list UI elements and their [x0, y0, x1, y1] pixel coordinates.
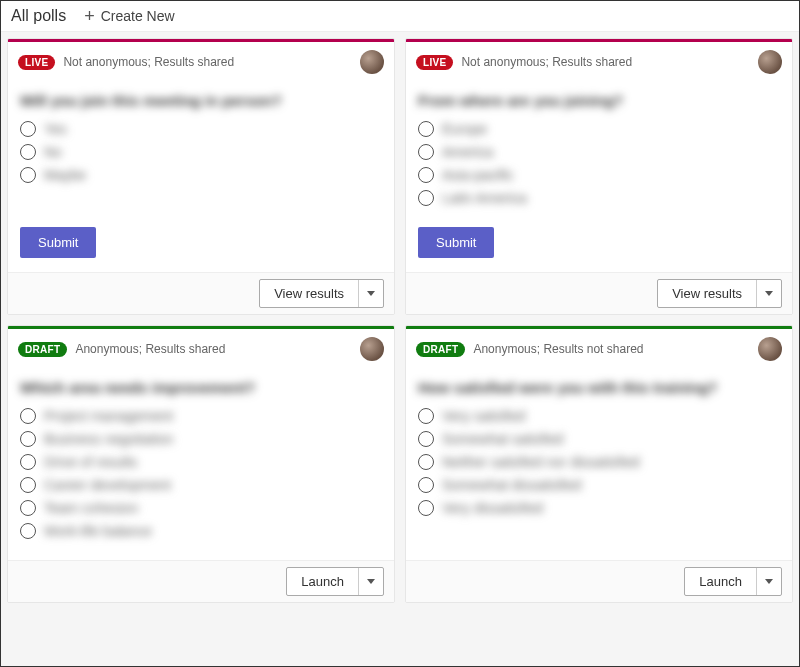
radio-icon [20, 477, 36, 493]
poll-option[interactable]: Asia-pacific [418, 167, 780, 183]
radio-icon [20, 454, 36, 470]
radio-icon [20, 523, 36, 539]
status-badge: DRAFT [416, 342, 465, 357]
view-results-split-button: View results [259, 279, 384, 308]
option-label: Very dissatisfied [442, 500, 543, 516]
option-label: Work-life balance [44, 523, 152, 539]
poll-option[interactable]: Very satisfied [418, 408, 780, 424]
radio-icon [418, 454, 434, 470]
option-label: Neither satisfied nor dissatisfied [442, 454, 640, 470]
option-label: America [442, 144, 493, 160]
option-label: Project management [44, 408, 173, 424]
view-results-button[interactable]: View results [260, 280, 359, 307]
status-badge: LIVE [18, 55, 55, 70]
launch-split-button: Launch [286, 567, 384, 596]
poll-meta: Not anonymous; Results shared [461, 55, 750, 69]
card-footer: Launch [406, 560, 792, 602]
poll-question: How satisfied were you with this trainin… [418, 379, 780, 396]
poll-meta: Anonymous; Results shared [75, 342, 352, 356]
option-label: Career development [44, 477, 171, 493]
poll-option[interactable]: Latin America [418, 190, 780, 206]
submit-area: Submit [8, 227, 394, 272]
chevron-down-icon [765, 291, 773, 296]
radio-icon [20, 144, 36, 160]
poll-meta: Anonymous; Results not shared [473, 342, 750, 356]
poll-option[interactable]: Team cohesion [20, 500, 382, 516]
avatar[interactable] [758, 337, 782, 361]
view-results-button[interactable]: View results [658, 280, 757, 307]
radio-icon [418, 167, 434, 183]
option-label: Maybe [44, 167, 86, 183]
poll-option[interactable]: Europe [418, 121, 780, 137]
plus-icon: + [84, 7, 95, 25]
dropdown-toggle[interactable] [757, 568, 781, 595]
option-label: Drive of results [44, 454, 137, 470]
poll-option[interactable]: Yes [20, 121, 382, 137]
radio-icon [418, 431, 434, 447]
card-body: Will you join this meeting in person? Ye… [8, 82, 394, 227]
poll-option[interactable]: No [20, 144, 382, 160]
poll-card: DRAFT Anonymous; Results not shared How … [405, 325, 793, 603]
card-body: How satisfied were you with this trainin… [406, 369, 792, 560]
header: All polls + Create New [1, 1, 799, 32]
poll-question: Will you join this meeting in person? [20, 92, 382, 109]
launch-button[interactable]: Launch [287, 568, 359, 595]
card-body: From where are you joining? Europe Ameri… [406, 82, 792, 227]
card-footer: View results [406, 272, 792, 314]
option-label: Yes [44, 121, 67, 137]
radio-icon [20, 408, 36, 424]
poll-option[interactable]: Drive of results [20, 454, 382, 470]
card-header: LIVE Not anonymous; Results shared [8, 42, 394, 82]
radio-icon [20, 431, 36, 447]
poll-question: From where are you joining? [418, 92, 780, 109]
poll-option[interactable]: Somewhat dissatisfied [418, 477, 780, 493]
poll-option[interactable]: Project management [20, 408, 382, 424]
radio-icon [20, 167, 36, 183]
polls-grid: LIVE Not anonymous; Results shared Will … [1, 32, 799, 609]
option-label: Business negotiation [44, 431, 173, 447]
option-label: Very satisfied [442, 408, 525, 424]
poll-card: LIVE Not anonymous; Results shared Will … [7, 38, 395, 315]
radio-icon [20, 121, 36, 137]
submit-button[interactable]: Submit [418, 227, 494, 258]
poll-option[interactable]: Work-life balance [20, 523, 382, 539]
poll-option[interactable]: Neither satisfied nor dissatisfied [418, 454, 780, 470]
chevron-down-icon [367, 291, 375, 296]
poll-option[interactable]: Maybe [20, 167, 382, 183]
page-title: All polls [11, 7, 66, 25]
poll-option[interactable]: Very dissatisfied [418, 500, 780, 516]
radio-icon [418, 408, 434, 424]
card-header: DRAFT Anonymous; Results shared [8, 329, 394, 369]
poll-option[interactable]: Somewhat satisfied [418, 431, 780, 447]
card-body: Which area needs improvement? Project ma… [8, 369, 394, 560]
option-label: Europe [442, 121, 487, 137]
radio-icon [418, 144, 434, 160]
poll-option[interactable]: Business negotiation [20, 431, 382, 447]
option-label: Latin America [442, 190, 527, 206]
poll-option[interactable]: America [418, 144, 780, 160]
dropdown-toggle[interactable] [359, 568, 383, 595]
launch-button[interactable]: Launch [685, 568, 757, 595]
avatar[interactable] [758, 50, 782, 74]
create-new-label: Create New [101, 8, 175, 24]
dropdown-toggle[interactable] [359, 280, 383, 307]
chevron-down-icon [367, 579, 375, 584]
submit-button[interactable]: Submit [20, 227, 96, 258]
card-header: DRAFT Anonymous; Results not shared [406, 329, 792, 369]
card-header: LIVE Not anonymous; Results shared [406, 42, 792, 82]
avatar[interactable] [360, 337, 384, 361]
card-footer: Launch [8, 560, 394, 602]
poll-option[interactable]: Career development [20, 477, 382, 493]
option-label: Somewhat dissatisfied [442, 477, 581, 493]
view-results-split-button: View results [657, 279, 782, 308]
create-new-button[interactable]: + Create New [84, 7, 174, 25]
status-badge: LIVE [416, 55, 453, 70]
avatar[interactable] [360, 50, 384, 74]
option-label: Somewhat satisfied [442, 431, 563, 447]
radio-icon [418, 121, 434, 137]
launch-split-button: Launch [684, 567, 782, 596]
poll-card: DRAFT Anonymous; Results shared Which ar… [7, 325, 395, 603]
submit-area: Submit [406, 227, 792, 272]
radio-icon [20, 500, 36, 516]
dropdown-toggle[interactable] [757, 280, 781, 307]
